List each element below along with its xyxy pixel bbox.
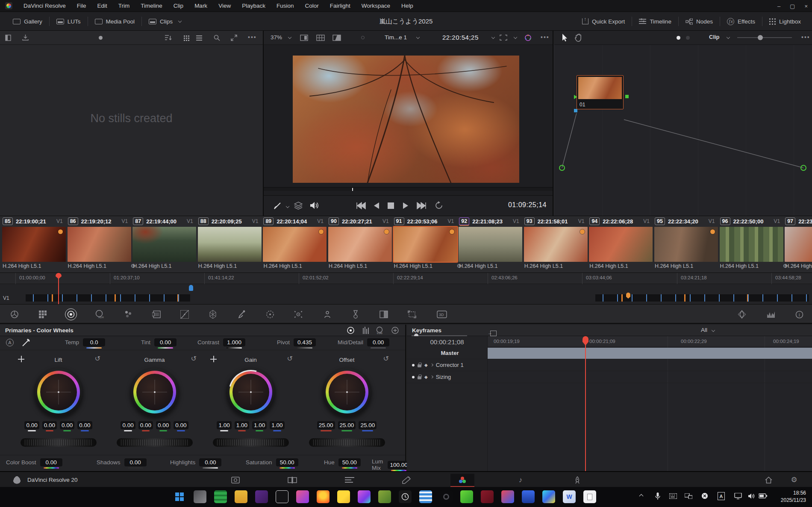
node-mode-selector[interactable]: Clip xyxy=(709,34,720,40)
viewer-timecode[interactable]: 22:20:54;25 xyxy=(442,34,479,41)
tray-mic-icon[interactable] xyxy=(655,492,660,500)
offset-r-value[interactable]: 25.00 xyxy=(317,421,335,429)
clip-96[interactable]: 9622:22:50;00V1 H.264 High L5.1 ⚙ xyxy=(719,216,785,273)
tray-display-icon[interactable] xyxy=(685,493,692,499)
clip-number[interactable]: 95 xyxy=(655,217,665,225)
sort-icon[interactable] xyxy=(165,35,172,41)
master-keyframe-bar[interactable] xyxy=(488,348,812,359)
tray-photoshop-icon[interactable]: A xyxy=(718,492,725,500)
lift-r-value[interactable]: 0.00 xyxy=(42,421,57,429)
color-boost-value[interactable]: 0.00 xyxy=(40,458,62,466)
node-graph-canvas[interactable] xyxy=(554,45,812,216)
menu-fairlight[interactable]: Fairlight xyxy=(330,3,350,9)
clip-86[interactable]: 8622:19:20;12V1 H.264 High L5.1 ⚙ xyxy=(67,216,132,273)
clip-92[interactable]: 9222:21:08;23V1 H.264 High L5.1 xyxy=(458,216,524,273)
taskbar-contacts-icon[interactable] xyxy=(501,490,514,503)
timeline-selector[interactable]: Tim...e 1 xyxy=(385,34,407,41)
keyframes-ruler[interactable]: 00:00:19;19 00:00:21;09 00:00:22;29 00:0… xyxy=(488,336,812,347)
menu-trim[interactable]: Trim xyxy=(118,3,130,9)
clip-number[interactable]: 96 xyxy=(720,217,730,225)
maximize-button[interactable]: ▢ xyxy=(790,3,795,9)
saturation-value[interactable]: 50.00 xyxy=(276,458,298,466)
chevron-down-icon[interactable] xyxy=(712,328,715,332)
enhance-icon[interactable] xyxy=(524,34,532,41)
clip-94[interactable]: 9422:22:06;28V1 H.264 High L5.1 xyxy=(588,216,654,273)
track-row-corrector1[interactable] xyxy=(488,359,812,371)
gear-icon[interactable]: ⚙ xyxy=(457,263,462,269)
enable-dot-icon[interactable] xyxy=(412,364,415,366)
clip-number[interactable]: 89 xyxy=(263,217,274,225)
clip-thumbnail[interactable] xyxy=(720,227,783,262)
camera-raw-icon[interactable] xyxy=(9,308,21,320)
clip-thumbnail[interactable] xyxy=(654,227,718,262)
color-wheels-icon[interactable] xyxy=(65,308,77,320)
menu-davinci-resolve[interactable]: DaVinci Resolve xyxy=(24,3,66,9)
clip-thumbnail[interactable] xyxy=(198,227,262,262)
viewer-scrub-bar[interactable] xyxy=(264,187,553,191)
cursor-arrow-icon[interactable] xyxy=(562,34,568,41)
gear-icon[interactable]: ⚙ xyxy=(783,263,788,269)
more-options-icon[interactable]: ••• xyxy=(541,34,550,41)
rgb-mixer-icon[interactable] xyxy=(122,308,134,320)
chevron-down-icon[interactable] xyxy=(514,35,517,39)
gallery-button[interactable]: Gallery xyxy=(6,12,49,31)
clip-number[interactable]: 94 xyxy=(589,217,600,225)
warper-icon[interactable] xyxy=(207,308,219,320)
hue-value[interactable]: 50.00 xyxy=(338,458,361,466)
pivot-value[interactable]: 0.435 xyxy=(294,338,316,346)
auto-balance-icon[interactable]: A xyxy=(6,339,14,346)
clip-95[interactable]: 9522:22:34;20V1 H.264 High L5.1 xyxy=(654,216,719,273)
clip-number[interactable]: 87 xyxy=(133,217,143,225)
gain-wheel[interactable] xyxy=(226,367,276,417)
clip-number[interactable]: 88 xyxy=(198,217,209,225)
taskbar-clock[interactable]: 18:56 2025/11/23 xyxy=(781,489,806,504)
keyframe-diamond-icon[interactable]: ◆ xyxy=(424,363,428,367)
gain-g-value[interactable]: 1.00 xyxy=(252,421,267,429)
taskbar-start-button[interactable] xyxy=(173,490,186,503)
tray-keyboard-icon[interactable] xyxy=(669,493,677,499)
clip-number[interactable]: 97 xyxy=(785,217,795,225)
clip-thumbnail[interactable] xyxy=(68,227,131,262)
expand-chevron-icon[interactable] xyxy=(430,375,433,378)
taskbar-explorer-icon[interactable] xyxy=(235,490,247,503)
temp-value[interactable]: 0.0 xyxy=(83,338,105,346)
reset-icon[interactable]: ↺ xyxy=(383,355,389,363)
lift-wheel[interactable] xyxy=(34,367,83,417)
reset-icon[interactable]: ↺ xyxy=(95,355,100,363)
taskbar-notepad-icon[interactable] xyxy=(583,490,596,503)
chevron-down-icon[interactable] xyxy=(416,35,420,39)
tray-speaker-icon[interactable] xyxy=(748,493,755,499)
edit-page-button[interactable] xyxy=(338,474,362,486)
lift-y-value[interactable]: 0.00 xyxy=(24,421,39,429)
track-row-corrector1-label[interactable]: ◆ Corrector 1 xyxy=(407,359,488,371)
app-logo-icon[interactable] xyxy=(5,2,12,9)
taskbar-app-purple[interactable] xyxy=(255,490,268,503)
motion-effects-icon[interactable] xyxy=(150,308,162,320)
media-pool-button[interactable]: Media Pool xyxy=(88,12,142,31)
clip-87[interactable]: 8722:19:44;00V1 H.264 High L5.1 xyxy=(132,216,197,273)
list-view-icon[interactable] xyxy=(196,35,202,36)
clip-93[interactable]: 9322:21:58;01V1 H.264 High L5.1 xyxy=(524,216,589,273)
timeline-playhead[interactable] xyxy=(58,273,59,305)
close-button[interactable]: × xyxy=(804,3,808,9)
lock-icon[interactable] xyxy=(418,376,421,379)
search-icon[interactable] xyxy=(214,35,220,41)
cut-page-button[interactable] xyxy=(280,474,304,486)
stop-icon[interactable] xyxy=(388,202,394,209)
chevron-down-icon[interactable] xyxy=(491,35,495,39)
fairlight-page-button[interactable]: ♪ xyxy=(509,474,533,486)
keyframes-filter[interactable]: All xyxy=(701,327,707,333)
video-preview[interactable] xyxy=(293,56,519,183)
nodes-button[interactable]: Nodes xyxy=(679,12,720,31)
offset-wheel[interactable] xyxy=(322,367,372,417)
curves-icon[interactable] xyxy=(179,308,191,320)
taskbar-drive-icon[interactable] xyxy=(542,490,555,503)
clip-number[interactable]: 93 xyxy=(524,217,535,225)
menu-playback[interactable]: Playback xyxy=(242,3,265,9)
menu-help[interactable]: Help xyxy=(401,3,413,9)
clip-thumbnail-selected[interactable] xyxy=(394,227,457,262)
media-page-button[interactable] xyxy=(224,474,247,486)
wheels-mode-icon[interactable] xyxy=(347,326,355,334)
taskbar-sticky-notes-icon[interactable] xyxy=(337,490,350,503)
keyframe-diamond-icon[interactable]: ◆ xyxy=(424,375,428,379)
